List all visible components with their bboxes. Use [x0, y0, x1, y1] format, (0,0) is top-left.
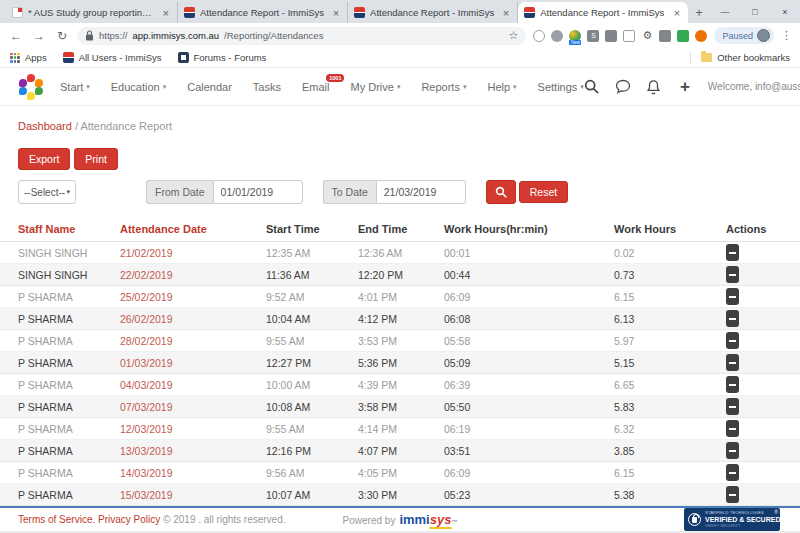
close-window-button[interactable]: ×	[770, 0, 800, 23]
maximize-button[interactable]: □	[740, 0, 770, 23]
row-actions-button[interactable]	[726, 310, 739, 327]
browser-tab-active[interactable]: Attendance Report - ImmiSys ×	[518, 2, 688, 23]
chat-icon[interactable]	[615, 79, 631, 95]
chevron-down-icon: ▾	[86, 83, 90, 91]
staff-select[interactable]: --Select-- ▾	[18, 180, 76, 204]
tab-close-icon[interactable]: ×	[501, 7, 511, 19]
menu-my-drive[interactable]: My Drive▾	[350, 81, 400, 93]
extension-icon[interactable]	[677, 30, 689, 42]
row-actions-button[interactable]	[726, 266, 739, 283]
browser-tab-2[interactable]: Attendance Report - ImmiSys ×	[178, 2, 348, 23]
from-date-input[interactable]	[213, 180, 303, 204]
bookmark-forums[interactable]: Forums - Forums	[178, 52, 267, 63]
profile-button[interactable]: Paused	[714, 27, 774, 44]
browser-window: * AUS Study group reporting tha × Attend…	[0, 0, 800, 533]
extension-icon[interactable]: New	[569, 30, 581, 42]
col-work-hours[interactable]: Work Hours	[614, 223, 726, 235]
row-actions-button[interactable]	[726, 442, 739, 459]
extension-icon[interactable]	[605, 30, 617, 42]
to-date-input[interactable]	[376, 180, 466, 204]
address-bar[interactable]: https://app.immisys.com.au/Reporting/Att…	[77, 27, 526, 45]
immisys-logo[interactable]	[18, 74, 44, 100]
search-icon[interactable]	[584, 79, 600, 95]
gear-extension-icon[interactable]: ⚙	[641, 30, 653, 42]
extension-icon[interactable]: S	[587, 30, 599, 42]
add-icon[interactable]: +	[677, 79, 693, 95]
app-menu: Start▾ Education▾ Calendar Tasks Email10…	[60, 81, 584, 93]
row-actions-button[interactable]	[726, 420, 739, 437]
row-actions-button[interactable]	[726, 332, 739, 349]
menu-settings[interactable]: Settings▾	[538, 81, 584, 93]
table-row: P SHARMA 07/03/2019 10:08 AM 3:58 PM 05:…	[0, 396, 800, 418]
row-actions-button[interactable]	[726, 376, 739, 393]
row-actions-button[interactable]	[726, 486, 739, 503]
table-row: P SHARMA 14/03/2019 9:56 AM 4:05 PM 06:0…	[0, 462, 800, 484]
powered-by: Powered by immisys™	[343, 512, 458, 527]
browser-tab-1[interactable]: * AUS Study group reporting tha ×	[6, 2, 178, 23]
verified-secured-seal[interactable]: STARFIELD TECHNOLOGIES VERIFIED & SECURE…	[684, 508, 780, 531]
col-start-time[interactable]: Start Time	[266, 223, 358, 235]
extension-icon[interactable]	[695, 30, 707, 42]
menu-email[interactable]: Email1001	[302, 81, 330, 93]
cell-work-hours: 5.38	[614, 489, 726, 501]
extension-icon[interactable]	[551, 30, 563, 42]
cell-start-time: 11:36 AM	[266, 269, 358, 281]
col-end-time[interactable]: End Time	[358, 223, 444, 235]
reset-button[interactable]: Reset	[519, 181, 568, 203]
menu-education[interactable]: Education▾	[111, 81, 166, 93]
browser-menu-icon[interactable]: ⋮	[781, 29, 792, 42]
table-row: SINGH SINGH 22/02/2019 11:36 AM 12:20 PM…	[0, 264, 800, 286]
bookmark-all-users[interactable]: All Users - ImmiSys	[63, 52, 162, 63]
row-actions-button[interactable]	[726, 244, 739, 261]
breadcrumb-dashboard-link[interactable]: Dashboard	[18, 120, 72, 132]
col-attendance-date[interactable]: Attendance Date	[120, 223, 266, 235]
cell-attendance-date: 14/03/2019	[120, 467, 266, 479]
apps-shortcut[interactable]: Apps	[10, 52, 47, 63]
url-host: app.immisys.com.au	[133, 30, 220, 41]
new-tab-button[interactable]: +	[688, 2, 710, 23]
col-work-hours-hm[interactable]: Work Hours(hr:min)	[444, 223, 614, 235]
menu-reports[interactable]: Reports▾	[421, 81, 466, 93]
print-button[interactable]: Print	[74, 148, 118, 170]
cell-end-time: 4:07 PM	[358, 445, 444, 457]
tab-close-icon[interactable]: ×	[331, 7, 341, 19]
cell-staff-name: SINGH SINGH	[18, 247, 120, 259]
notifications-bell-icon[interactable]	[646, 79, 662, 95]
user-account-menu[interactable]: Welcome, info@ausstudygroup.com.au ▾	[708, 81, 800, 92]
row-actions-button[interactable]	[726, 288, 739, 305]
minimize-button[interactable]: —	[710, 0, 740, 23]
menu-help[interactable]: Help▾	[487, 81, 516, 93]
row-actions-button[interactable]	[726, 354, 739, 371]
reload-icon[interactable]: ↻	[54, 29, 70, 43]
back-icon[interactable]: ←	[8, 29, 24, 43]
menu-calendar[interactable]: Calendar	[187, 81, 232, 93]
cell-staff-name: P SHARMA	[18, 335, 120, 347]
export-button[interactable]: Export	[18, 148, 70, 170]
search-button[interactable]	[486, 180, 516, 204]
seal-title: VERIFIED & SECURED	[705, 516, 780, 523]
menu-tasks[interactable]: Tasks	[253, 81, 281, 93]
row-actions-button[interactable]	[726, 398, 739, 415]
cell-start-time: 12:16 PM	[266, 445, 358, 457]
cell-start-time: 12:35 AM	[266, 247, 358, 259]
row-actions-button[interactable]	[726, 464, 739, 481]
browser-tab-3[interactable]: Attendance Report - ImmiSys ×	[348, 2, 518, 23]
terms-link[interactable]: Terms of Service.	[18, 514, 95, 525]
menu-start[interactable]: Start▾	[60, 81, 90, 93]
cell-attendance-date: 13/03/2019	[120, 445, 266, 457]
other-bookmarks[interactable]: Other bookmarks	[690, 52, 790, 63]
extension-icon[interactable]	[533, 30, 545, 42]
camera-extension-icon[interactable]	[659, 30, 671, 42]
bookmark-star-icon[interactable]: ☆	[509, 29, 519, 42]
cell-staff-name: P SHARMA	[18, 357, 120, 369]
cell-attendance-date: 25/02/2019	[120, 291, 266, 303]
cell-end-time: 3:53 PM	[358, 335, 444, 347]
forward-icon[interactable]: →	[31, 29, 47, 43]
col-staff-name[interactable]: Staff Name	[18, 223, 120, 235]
privacy-link[interactable]: Privacy Policy	[98, 514, 160, 525]
bookmark-label: Forums - Forums	[194, 52, 267, 63]
tab-close-icon[interactable]: ×	[161, 7, 171, 19]
browser-toolbar: ← → ↻ https://app.immisys.com.au/Reporti…	[0, 23, 800, 48]
extension-icon[interactable]	[623, 30, 635, 42]
tab-close-icon[interactable]: ×	[672, 7, 682, 19]
